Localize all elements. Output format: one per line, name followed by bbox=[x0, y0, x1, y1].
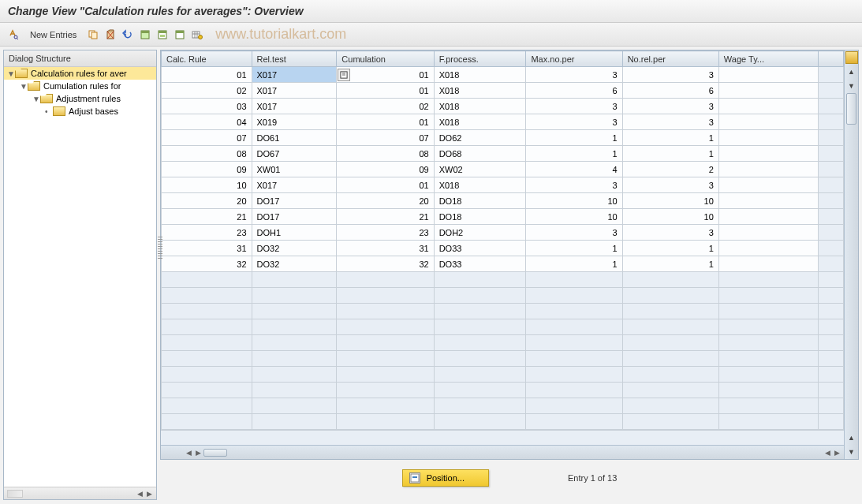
table-cell[interactable] bbox=[526, 398, 622, 414]
scroll-right-icon[interactable]: ▶ bbox=[145, 490, 153, 498]
table-cell[interactable]: DO17 bbox=[252, 193, 337, 209]
table-cell[interactable] bbox=[337, 351, 434, 367]
table-row[interactable] bbox=[162, 398, 844, 414]
sidebar-scrollbar[interactable]: ◀ ▶ bbox=[4, 487, 156, 499]
table-cell[interactable] bbox=[252, 398, 337, 414]
table-cell[interactable] bbox=[162, 288, 252, 304]
table-cell[interactable] bbox=[162, 272, 252, 288]
table-cell[interactable]: 10 bbox=[526, 193, 622, 209]
vscroll-down-icon[interactable]: ▼ bbox=[845, 79, 858, 93]
dialog-structure-tree[interactable]: ▼Calculation rules for aver▼Cumulation r… bbox=[4, 67, 156, 487]
table-cell[interactable] bbox=[718, 256, 818, 272]
table-cell[interactable] bbox=[718, 67, 818, 83]
table-row[interactable]: 09XW0109XW0242 bbox=[162, 162, 844, 177]
table-row[interactable]: 02X01701X01866 bbox=[162, 83, 844, 99]
column-header[interactable]: Cumulation bbox=[337, 51, 434, 67]
table-cell[interactable] bbox=[818, 367, 843, 383]
table-row[interactable] bbox=[162, 304, 844, 319]
table-cell[interactable]: 1 bbox=[622, 241, 718, 256]
table-cell[interactable]: 32 bbox=[162, 256, 252, 272]
table-cell[interactable] bbox=[818, 398, 843, 414]
table-cell[interactable] bbox=[337, 398, 434, 414]
vscroll-thumb[interactable] bbox=[846, 93, 856, 125]
table-cell[interactable] bbox=[818, 414, 843, 430]
table-cell[interactable] bbox=[718, 225, 818, 241]
table-cell[interactable] bbox=[818, 272, 843, 288]
table-cell[interactable]: DO61 bbox=[252, 130, 337, 146]
table-cell[interactable] bbox=[818, 383, 843, 398]
select-all-icon[interactable] bbox=[138, 28, 152, 42]
table-cell[interactable] bbox=[252, 288, 337, 304]
table-cell[interactable]: X018 bbox=[434, 67, 526, 83]
tree-item-1[interactable]: ▼Cumulation rules for bbox=[4, 80, 156, 92]
table-cell[interactable] bbox=[434, 351, 526, 367]
table-cell[interactable]: 02 bbox=[337, 99, 434, 114]
table-cell[interactable] bbox=[818, 335, 843, 351]
table-cell[interactable]: 01 bbox=[337, 114, 434, 130]
expand-arrow-icon[interactable]: ▼ bbox=[7, 69, 15, 78]
table-cell[interactable]: DO33 bbox=[434, 256, 526, 272]
copy-icon[interactable] bbox=[86, 28, 100, 42]
table-row[interactable]: 23DOH123DOH233 bbox=[162, 225, 844, 241]
table-cell[interactable]: 31 bbox=[162, 241, 252, 256]
table-cell[interactable]: 01 bbox=[337, 83, 434, 99]
table-cell[interactable] bbox=[526, 351, 622, 367]
table-cell[interactable]: 09 bbox=[337, 162, 434, 177]
table-cell[interactable]: DO33 bbox=[434, 241, 526, 256]
table-cell[interactable]: 10 bbox=[622, 193, 718, 209]
table-cell[interactable]: XW01 bbox=[252, 162, 337, 177]
table-cell[interactable]: 23 bbox=[337, 225, 434, 241]
table-cell[interactable]: DO18 bbox=[434, 193, 526, 209]
table-cell[interactable] bbox=[622, 367, 718, 383]
table-cell[interactable]: DO68 bbox=[434, 146, 526, 162]
table-cell[interactable] bbox=[252, 414, 337, 430]
table-cell[interactable] bbox=[718, 319, 818, 335]
table-cell[interactable] bbox=[718, 241, 818, 256]
table-cell[interactable] bbox=[162, 367, 252, 383]
table-cell[interactable] bbox=[434, 272, 526, 288]
sidebar-resizer[interactable] bbox=[158, 237, 162, 260]
table-cell[interactable] bbox=[718, 288, 818, 304]
table-cell[interactable] bbox=[622, 288, 718, 304]
table-cell[interactable] bbox=[434, 367, 526, 383]
table-cell[interactable] bbox=[434, 398, 526, 414]
column-config-icon[interactable] bbox=[818, 51, 843, 67]
table-cell[interactable]: 1 bbox=[622, 146, 718, 162]
table-config-icon[interactable] bbox=[845, 51, 858, 64]
table-cell[interactable]: 10 bbox=[622, 209, 718, 225]
table-row[interactable] bbox=[162, 367, 844, 383]
table-cell[interactable] bbox=[622, 319, 718, 335]
table-cell[interactable] bbox=[337, 335, 434, 351]
table-cell[interactable]: DO32 bbox=[252, 241, 337, 256]
table-cell[interactable]: 1 bbox=[622, 256, 718, 272]
expand-arrow-icon[interactable]: ▼ bbox=[32, 95, 40, 103]
table-cell[interactable]: 1 bbox=[526, 256, 622, 272]
table-cell[interactable] bbox=[718, 272, 818, 288]
table-cell[interactable]: 23 bbox=[162, 225, 252, 241]
table-cell[interactable] bbox=[718, 304, 818, 319]
table-cell[interactable]: DO17 bbox=[252, 209, 337, 225]
table-cell[interactable]: 01 bbox=[337, 177, 434, 193]
table-cell[interactable]: DOH2 bbox=[434, 225, 526, 241]
table-cell[interactable] bbox=[622, 383, 718, 398]
table-row[interactable]: 08DO6708DO6811 bbox=[162, 146, 844, 162]
deselect-all-icon[interactable] bbox=[173, 28, 187, 42]
table-cell[interactable]: X018 bbox=[434, 177, 526, 193]
table-cell[interactable]: 07 bbox=[337, 130, 434, 146]
table-cell[interactable]: 6 bbox=[526, 83, 622, 99]
table-cell[interactable] bbox=[622, 398, 718, 414]
table-cell[interactable] bbox=[162, 383, 252, 398]
table-cell[interactable]: X017 bbox=[252, 177, 337, 193]
table-cell[interactable]: 3 bbox=[526, 99, 622, 114]
table-cell[interactable] bbox=[526, 367, 622, 383]
table-cell[interactable] bbox=[818, 304, 843, 319]
table-cell[interactable]: 03 bbox=[162, 99, 252, 114]
table-cell[interactable] bbox=[252, 351, 337, 367]
table-cell[interactable]: 6 bbox=[622, 83, 718, 99]
table-cell[interactable] bbox=[718, 83, 818, 99]
table-row[interactable] bbox=[162, 288, 844, 304]
table-cell[interactable] bbox=[337, 383, 434, 398]
table-cell[interactable]: DO32 bbox=[252, 256, 337, 272]
column-header[interactable]: Max.no.per bbox=[526, 51, 622, 67]
table-cell[interactable] bbox=[434, 304, 526, 319]
